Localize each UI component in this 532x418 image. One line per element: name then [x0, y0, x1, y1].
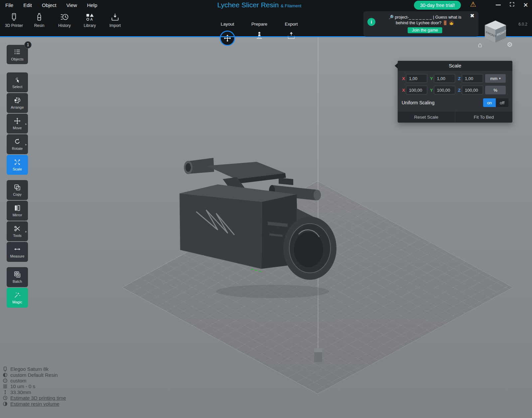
- tool-copy-label: Copy: [13, 192, 22, 196]
- menu-view[interactable]: View: [66, 2, 77, 8]
- objects-panel-button[interactable]: Objects 1: [7, 45, 28, 64]
- scale-y-mm-input[interactable]: [434, 74, 455, 83]
- tool-mirror[interactable]: Mirror: [7, 201, 28, 221]
- toolbar-library-button[interactable]: A Library: [78, 13, 101, 28]
- unit-percent-label: %: [493, 88, 497, 93]
- toolbar-library-label: Library: [84, 23, 96, 28]
- scale-z-mm-input[interactable]: [462, 74, 483, 83]
- history-clock-icon: [60, 13, 69, 21]
- status-profile-text: custom: [10, 378, 26, 383]
- model-camcorder[interactable]: [173, 152, 339, 305]
- tool-move-label: Move: [13, 126, 22, 130]
- rotate-icon: [14, 138, 21, 145]
- close-button[interactable]: ×: [523, 1, 528, 9]
- menu-edit[interactable]: Edit: [23, 2, 32, 8]
- window-controls: ×: [496, 0, 528, 10]
- menu-help[interactable]: Help: [87, 2, 97, 8]
- tool-tools[interactable]: Tools ▸: [7, 221, 28, 241]
- objects-label: Objects: [11, 57, 23, 61]
- scale-x-mm-input[interactable]: [406, 74, 427, 83]
- toggle-off-button[interactable]: off: [496, 98, 508, 107]
- tool-measure[interactable]: Measure: [7, 242, 28, 262]
- toolbar-resin-button[interactable]: Resin: [28, 13, 51, 28]
- library-shapes-icon: A: [85, 13, 94, 21]
- tool-mirror-label: Mirror: [13, 213, 22, 217]
- status-layer-line: 10 um - 0 s: [3, 383, 66, 389]
- layout-active-circle: [220, 31, 235, 46]
- viewport-3d[interactable]: Objects 1 Select Arrange Move ▸ Rotate ▸: [0, 37, 532, 418]
- tab-prepare-label: Prepare: [251, 22, 267, 27]
- move-submenu-arrow: ▸: [25, 122, 27, 126]
- notification-close-icon[interactable]: ✖: [470, 13, 474, 19]
- scale-z-percent-input[interactable]: [462, 86, 483, 94]
- axis-y-label: Y: [429, 76, 434, 81]
- notification-body: 🔎 project-_ _ _ _ _ _ _ | Guess what is …: [375, 15, 474, 33]
- estimate-time-link[interactable]: Estimate 3D printing time: [10, 395, 66, 401]
- unit-mm-dropdown[interactable]: mm ▾: [485, 74, 506, 83]
- export-upload-icon: [287, 31, 296, 41]
- tool-move[interactable]: Move ▸: [7, 114, 28, 134]
- menu-object[interactable]: Object: [42, 2, 56, 8]
- maximize-button[interactable]: [509, 2, 515, 8]
- home-view-button[interactable]: ⌂: [478, 41, 482, 48]
- join-game-button[interactable]: Join the game: [408, 27, 443, 33]
- toolbar-left-group: 3D Printer Resin History A Library Impor…: [3, 13, 126, 28]
- view-navigation-cube[interactable]: FRONT RIGHT: [481, 19, 509, 44]
- tool-scale-label: Scale: [13, 167, 22, 171]
- batch-gear-icon: [14, 271, 21, 278]
- scale-panel-header[interactable]: Scale: [398, 61, 512, 71]
- estimate-volume-link[interactable]: Estimate resin volume: [10, 401, 60, 407]
- printer-icon: [3, 366, 8, 371]
- tool-rotate[interactable]: Rotate ▸: [7, 134, 28, 154]
- tab-export[interactable]: Export: [280, 20, 303, 46]
- tool-magic-label: Magic: [12, 300, 22, 304]
- toolbar-history-button[interactable]: History: [53, 13, 76, 28]
- volume-icon: [3, 401, 8, 406]
- scissors-icon: [14, 225, 21, 232]
- tool-select[interactable]: Select: [7, 72, 28, 92]
- tool-measure-label: Measure: [10, 254, 25, 258]
- tool-tools-label: Tools: [13, 234, 22, 238]
- axis-x-label-2: X: [401, 88, 406, 93]
- tool-batch[interactable]: Batch: [7, 267, 28, 287]
- warning-icon[interactable]: ⚠: [470, 0, 476, 8]
- scale-x-percent-input[interactable]: [406, 86, 427, 94]
- resin-bottle-icon: [35, 13, 44, 21]
- tool-magic[interactable]: Magic: [7, 288, 28, 308]
- reset-scale-button[interactable]: Reset Scale: [398, 111, 455, 123]
- clock-icon: [3, 395, 8, 400]
- tools-submenu-arrow: ▸: [25, 230, 27, 233]
- profile-icon: [3, 378, 8, 383]
- arrange-icon: [14, 97, 21, 104]
- menu-file[interactable]: File: [5, 2, 13, 8]
- tool-arrange[interactable]: Arrange: [7, 93, 28, 113]
- plate-corner-marker: [314, 348, 322, 362]
- unit-percent-button[interactable]: %: [485, 86, 506, 94]
- tool-copy[interactable]: Copy: [7, 180, 28, 200]
- unit-mm-label: mm: [490, 76, 497, 81]
- mirror-icon: [14, 204, 21, 212]
- minimize-button[interactable]: [496, 5, 501, 5]
- move-icon: [14, 117, 21, 125]
- app-title: Lychee Slicer Resin& Filament: [217, 1, 302, 9]
- chevron-down-icon: ▾: [499, 77, 501, 80]
- settings-gear-button[interactable]: ⚙: [507, 41, 513, 48]
- free-trial-button[interactable]: 30-day free trial!: [414, 1, 461, 10]
- fit-to-bed-button[interactable]: Fit To Bed: [455, 111, 512, 123]
- tab-layout[interactable]: Layout: [216, 20, 239, 46]
- status-layer-text: 10 um - 0 s: [10, 383, 35, 389]
- uniform-scaling-row: Uniform Scaling on off: [402, 98, 508, 107]
- tab-prepare[interactable]: Prepare: [248, 20, 271, 46]
- scale-percent-row: X Y Z %: [401, 86, 509, 94]
- toggle-on-button[interactable]: on: [483, 98, 496, 107]
- measure-icon: [14, 246, 21, 253]
- app-title-main: Lychee Slicer Resin: [217, 1, 279, 9]
- toolbar-history-label: History: [58, 23, 70, 28]
- toolbar-import-button[interactable]: Import: [104, 13, 126, 28]
- toolbar-3d-printer-button[interactable]: 3D Printer: [3, 13, 25, 28]
- tool-scale[interactable]: Scale: [7, 155, 28, 175]
- scale-y-percent-input[interactable]: [434, 86, 455, 94]
- axis-z-label: Z: [457, 76, 462, 81]
- height-icon: [3, 390, 8, 395]
- info-icon: i: [367, 18, 375, 26]
